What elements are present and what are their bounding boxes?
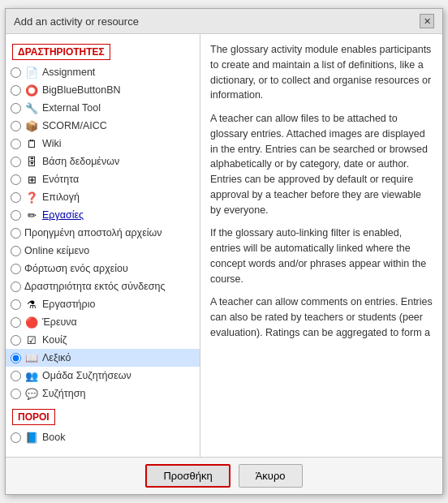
label-online-text: Online κείμενο — [24, 245, 89, 256]
label-lab: Εργαστήριο — [42, 299, 95, 310]
radio-file-upload[interactable] — [11, 264, 21, 274]
label-assignment: Assignment — [42, 67, 95, 78]
radio-bigbluebutton[interactable] — [11, 85, 21, 96]
icon-assignment: 📄 — [24, 65, 39, 80]
radio-scorm[interactable] — [11, 121, 21, 131]
description-paragraph: A teacher can allow comments on entries.… — [210, 294, 433, 340]
radio-external-tool[interactable] — [11, 103, 21, 114]
radio-module[interactable] — [11, 174, 21, 185]
label-choice: Επιλογή — [42, 191, 80, 203]
icon-lab: ⚗ — [24, 297, 39, 312]
list-item-online-text[interactable]: Online κείμενο — [6, 242, 200, 260]
icon-tasks: ✏ — [24, 208, 39, 222]
label-bigbluebutton: BigBlueButtonBN — [42, 84, 121, 96]
radio-book[interactable] — [11, 432, 21, 443]
list-item-upload[interactable]: Προηγμένη αποστολή αρχείων — [6, 224, 200, 242]
list-item-lab[interactable]: ⚗Εργαστήριο — [6, 295, 200, 313]
radio-research[interactable] — [11, 317, 21, 328]
description-paragraph: A teacher can allow files to be attached… — [210, 111, 433, 217]
list-item-wiki[interactable]: 🗒Wiki — [6, 135, 200, 153]
list-item-forum[interactable]: 💬Συζήτηση — [6, 385, 200, 402]
icon-forum: 💬 — [24, 386, 39, 401]
icon-bigbluebutton: ⭕ — [24, 83, 39, 97]
description-paragraph: The glossary activity module enables par… — [210, 42, 433, 103]
section-header-activities: ΔΡΑΣΤΗΡΙΟΤΗΤΕΣ — [12, 44, 110, 60]
list-item-module[interactable]: ⊞Ενότητα — [6, 170, 200, 188]
radio-quiz[interactable] — [11, 335, 21, 346]
dialog-titlebar: Add an activity or resource ✕ — [6, 9, 442, 34]
icon-choice: ❓ — [24, 190, 39, 204]
label-external-tool: External Tool — [42, 102, 101, 114]
list-item-assignment[interactable]: 📄Assignment — [6, 63, 200, 81]
label-research: Έρευνα — [42, 316, 77, 328]
section-header-resources: ΠΟΡΟΙ — [12, 409, 55, 425]
label-quiz: Κουίζ — [42, 334, 67, 346]
list-item-choice[interactable]: ❓Επιλογή — [6, 188, 200, 206]
radio-database[interactable] — [11, 157, 21, 167]
radio-choice[interactable] — [11, 192, 21, 203]
radio-upload[interactable] — [11, 228, 21, 239]
list-item-ext-activity[interactable]: Δραστηριότητα εκτός σύνδεσης — [6, 277, 200, 295]
radio-assignment[interactable] — [11, 67, 21, 78]
icon-quiz: ☑ — [24, 333, 39, 347]
list-item-scorm[interactable]: 📦SCORM/AICC — [6, 117, 200, 135]
dialog-title: Add an activity or resource — [14, 15, 139, 28]
list-item-tasks[interactable]: ✏Εργασίες — [6, 206, 200, 224]
icon-module: ⊞ — [24, 172, 39, 187]
radio-tasks[interactable] — [11, 210, 21, 221]
label-wiki: Wiki — [42, 138, 62, 149]
icon-research: 🔴 — [24, 315, 39, 329]
icon-external-tool: 🔧 — [24, 101, 39, 115]
label-tasks: Εργασίες — [42, 209, 84, 221]
list-item-quiz[interactable]: ☑Κουίζ — [6, 331, 200, 349]
right-panel: The glossary activity module enables par… — [200, 34, 442, 457]
icon-scorm: 📦 — [24, 118, 39, 133]
list-item-file-upload[interactable]: Φόρτωση ενός αρχείου — [6, 260, 200, 277]
list-item-research[interactable]: 🔴Έρευνα — [6, 313, 200, 331]
radio-wiki[interactable] — [11, 139, 21, 149]
list-item-glossary[interactable]: 📖Λεξικό — [6, 349, 200, 367]
icon-wiki: 🗒 — [24, 136, 39, 151]
radio-online-text[interactable] — [11, 246, 21, 256]
description-paragraph: If the glossary auto-linking filter is e… — [210, 226, 433, 286]
label-ext-activity: Δραστηριότητα εκτός σύνδεσης — [24, 281, 166, 292]
cancel-button[interactable]: Άκυρο — [239, 464, 303, 488]
icon-glossary: 📖 — [24, 350, 39, 365]
dialog: Add an activity or resource ✕ ΔΡΑΣΤΗΡΙΟΤ… — [5, 8, 443, 495]
radio-ext-activity[interactable] — [11, 282, 21, 292]
list-item-database[interactable]: 🗄Βάση δεδομένων — [6, 153, 200, 170]
radio-forum[interactable] — [11, 389, 21, 399]
label-database: Βάση δεδομένων — [42, 156, 119, 167]
list-item-book[interactable]: 📘Book — [6, 428, 200, 446]
label-scorm: SCORM/AICC — [42, 120, 107, 131]
label-module: Ενότητα — [42, 174, 79, 185]
label-group-discussion: Ομάδα Συζητήσεων — [42, 370, 131, 381]
label-file-upload: Φόρτωση ενός αρχείου — [24, 263, 128, 274]
label-glossary: Λεξικό — [42, 352, 71, 363]
radio-group-discussion[interactable] — [11, 371, 21, 381]
radio-lab[interactable] — [11, 299, 21, 310]
list-item-external-tool[interactable]: 🔧External Tool — [6, 99, 200, 117]
left-panel: ΔΡΑΣΤΗΡΙΟΤΗΤΕΣ📄Assignment⭕BigBlueButtonB… — [6, 34, 200, 457]
label-upload: Προηγμένη αποστολή αρχείων — [24, 227, 162, 239]
close-button[interactable]: ✕ — [420, 14, 434, 28]
list-item-bigbluebutton[interactable]: ⭕BigBlueButtonBN — [6, 81, 200, 99]
radio-glossary[interactable] — [11, 353, 21, 363]
list-item-group-discussion[interactable]: 👥Ομάδα Συζητήσεων — [6, 367, 200, 385]
close-icon: ✕ — [424, 16, 431, 27]
dialog-footer: Προσθήκη Άκυρο — [6, 457, 442, 494]
label-book: Book — [42, 432, 66, 443]
add-button[interactable]: Προσθήκη — [145, 464, 230, 488]
dialog-body: ΔΡΑΣΤΗΡΙΟΤΗΤΕΣ📄Assignment⭕BigBlueButtonB… — [6, 34, 442, 457]
icon-book: 📘 — [24, 430, 39, 445]
icon-group-discussion: 👥 — [24, 368, 39, 383]
label-forum: Συζήτηση — [42, 388, 85, 399]
icon-database: 🗄 — [24, 154, 39, 169]
